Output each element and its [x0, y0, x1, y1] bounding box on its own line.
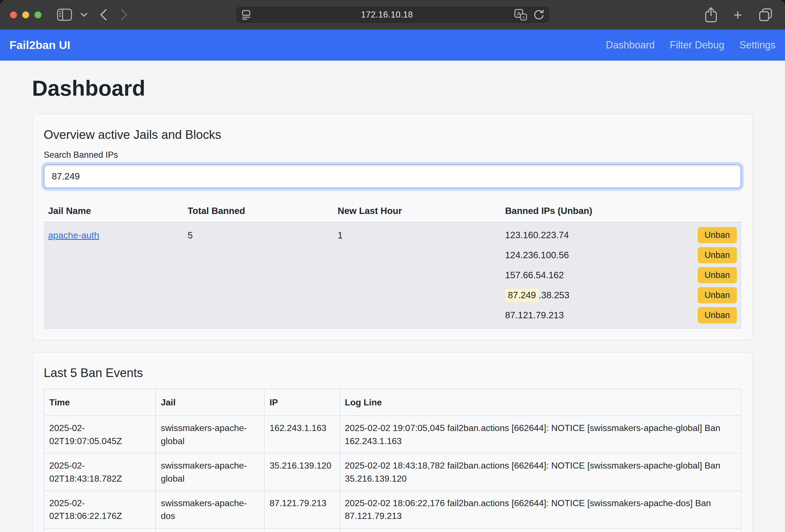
events-card: Last 5 Ban Events Time Jail IP Log Line	[32, 352, 753, 532]
translate-icon[interactable]: A x	[514, 9, 527, 21]
event-time-cell: 2025-02-02T18:06:01.996Z	[44, 528, 155, 532]
jails-table: Jail Name Total Banned New Last Hour Ban…	[44, 200, 741, 329]
header-jail: Jail	[155, 389, 264, 416]
banned-ip-row: 157.66.54.162 Unban	[505, 265, 737, 285]
browser-window: 172.16.10.18 A x	[0, 0, 785, 532]
event-jail-cell: swissmakers-apache-dos	[155, 491, 264, 528]
event-jail-cell: swissmakers-apache-global	[155, 453, 264, 491]
search-banned-ips-input[interactable]	[44, 164, 741, 188]
banned-ip: 87.249.38.253	[505, 290, 569, 301]
navigation-controls	[57, 9, 128, 21]
zoom-window-button[interactable]	[34, 11, 42, 18]
search-banned-ips-label: Search Banned IPs	[44, 150, 741, 160]
event-log-cell: 2025-02-02 19:07:05,045 fail2ban.actions…	[340, 416, 741, 453]
event-ip-cell: 35.216.139.120	[264, 453, 340, 491]
forward-button[interactable]	[121, 9, 128, 21]
event-row: 2025-02-02T18:43:18.782Z swissmakers-apa…	[44, 453, 741, 491]
banned-ip-text: .38.253	[539, 290, 569, 300]
event-log-cell: 2025-02-02 18:06:22,176 fail2ban.actions…	[340, 491, 741, 528]
banned-ip-row: 123.160.223.74 Unban	[505, 225, 737, 245]
events-card-title: Last 5 Ban Events	[44, 366, 741, 380]
header-total-banned: Total Banned	[183, 200, 333, 222]
jail-link[interactable]: apache-auth	[48, 230, 99, 240]
sidebar-toggle-icon[interactable]	[57, 9, 72, 21]
event-row: 2025-02-02T19:07:05.045Z swissmakers-apa…	[44, 416, 741, 453]
url-text: 172.16.10.18	[260, 10, 514, 20]
banned-ip-text: 123.160.223.74	[505, 230, 569, 240]
header-new-last-hour: New Last Hour	[333, 200, 501, 222]
search-match-highlight: 87.249	[505, 288, 539, 302]
banned-ip-list: 123.160.223.74 Unban 124.236.100.56 Unba…	[505, 225, 737, 325]
new-tab-button[interactable]: +	[733, 7, 742, 22]
header-ip: IP	[264, 389, 340, 416]
window-actions: +	[705, 0, 773, 29]
event-ip-cell: 87.121.79.213	[264, 528, 340, 532]
page-content: Dashboard Overview active Jails and Bloc…	[0, 61, 785, 532]
total-banned-cell: 5	[183, 222, 333, 328]
banned-ip: 124.236.100.56	[505, 250, 569, 260]
events-table: Time Jail IP Log Line 2025-02-02T19:07:0…	[44, 389, 741, 532]
app-navbar: Fail2ban UI Dashboard Filter Debug Setti…	[0, 29, 785, 61]
banned-ip: 157.66.54.162	[505, 270, 564, 280]
unban-button[interactable]: Unban	[698, 247, 737, 263]
event-time-cell: 2025-02-02T19:07:05.045Z	[44, 416, 155, 453]
back-button[interactable]	[100, 9, 107, 21]
plus-icon: +	[733, 7, 742, 22]
event-jail-cell: apache-auth	[155, 528, 264, 532]
overview-card-title: Overview active Jails and Blocks	[44, 128, 741, 142]
nav-links: Dashboard Filter Debug Settings	[606, 39, 776, 51]
page-settings-icon[interactable]	[240, 9, 252, 20]
tab-overview-icon[interactable]	[758, 7, 773, 22]
tab-group-chevron-icon[interactable]	[80, 12, 87, 17]
jail-row: apache-auth 5 1 123.160.223.74 Unban	[44, 222, 741, 328]
event-ip-cell: 162.243.1.163	[264, 416, 340, 453]
event-row: 2025-02-02T18:06:01.996Z apache-auth 87.…	[44, 528, 741, 532]
event-time-cell: 2025-02-02T18:43:18.782Z	[44, 453, 155, 491]
event-log-cell: 2025-02-02 18:06:01,996 fail2ban.actions…	[340, 528, 741, 532]
banned-ip-text: 124.236.100.56	[505, 250, 569, 260]
event-ip-cell: 87.121.79.213	[264, 491, 340, 528]
banned-ip-text: 157.66.54.162	[505, 270, 564, 280]
page-title: Dashboard	[32, 76, 753, 101]
event-time-cell: 2025-02-02T18:06:22.176Z	[44, 491, 155, 528]
unban-button[interactable]: Unban	[698, 267, 737, 283]
close-window-button[interactable]	[10, 11, 17, 18]
new-last-hour-cell: 1	[333, 222, 501, 328]
jails-table-header-row: Jail Name Total Banned New Last Hour Ban…	[44, 200, 741, 222]
banned-ip-row: 87.121.79.213 Unban	[505, 305, 737, 325]
brand-link[interactable]: Fail2ban UI	[9, 39, 70, 52]
events-table-body: 2025-02-02T19:07:05.045Z swissmakers-apa…	[44, 416, 741, 532]
unban-button[interactable]: Unban	[698, 227, 737, 243]
nav-link-settings[interactable]: Settings	[739, 39, 776, 51]
header-time: Time	[44, 389, 155, 416]
banned-ips-cell: 123.160.223.74 Unban 124.236.100.56 Unba…	[501, 222, 741, 328]
browser-toolbar: 172.16.10.18 A x	[0, 0, 785, 29]
event-row: 2025-02-02T18:06:22.176Z swissmakers-apa…	[44, 491, 741, 528]
unban-button[interactable]: Unban	[698, 287, 737, 303]
jail-name-cell: apache-auth	[44, 222, 183, 328]
event-log-cell: 2025-02-02 18:43:18,782 fail2ban.actions…	[340, 453, 741, 491]
share-icon[interactable]	[705, 7, 717, 22]
header-banned-ips: Banned IPs (Unban)	[501, 200, 741, 222]
unban-button[interactable]: Unban	[698, 307, 737, 323]
reload-icon[interactable]	[533, 9, 545, 21]
banned-ip-text: 87.121.79.213	[505, 310, 564, 320]
svg-text:x: x	[523, 15, 525, 20]
event-jail-cell: swissmakers-apache-global	[155, 416, 264, 453]
banned-ip-row: 124.236.100.56 Unban	[505, 245, 737, 265]
header-log-line: Log Line	[340, 389, 741, 416]
overview-card: Overview active Jails and Blocks Search …	[32, 114, 753, 340]
banned-ip: 87.121.79.213	[505, 310, 564, 321]
nav-link-dashboard[interactable]: Dashboard	[606, 39, 655, 51]
traffic-lights	[10, 11, 42, 18]
nav-link-filter-debug[interactable]: Filter Debug	[670, 39, 724, 51]
address-bar[interactable]: 172.16.10.18 A x	[235, 5, 550, 24]
banned-ip: 123.160.223.74	[505, 230, 569, 240]
header-jail-name: Jail Name	[44, 200, 183, 222]
events-table-header-row: Time Jail IP Log Line	[44, 389, 741, 416]
minimize-window-button[interactable]	[22, 11, 29, 18]
banned-ip-row: 87.249.38.253 Unban	[505, 285, 737, 305]
